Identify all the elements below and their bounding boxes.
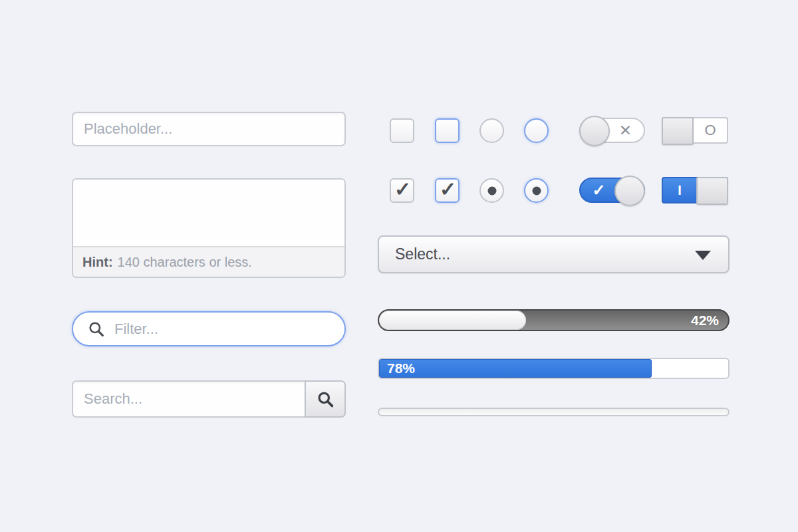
radio-dot-icon <box>532 186 541 195</box>
controls-row-on: ✓ ✓ ✓ I <box>378 178 730 204</box>
progress-bar-thin-empty <box>378 408 730 416</box>
cross-icon: ✕ <box>610 119 641 142</box>
search-icon <box>317 390 334 408</box>
select-dropdown[interactable]: Select... <box>378 235 730 273</box>
radio-unselected[interactable] <box>479 118 504 143</box>
progress-label: 78% <box>387 359 415 378</box>
textarea-group: Hint: 140 characters or less. <box>72 178 346 278</box>
toggle-on-label: I <box>663 178 696 202</box>
textarea-hint: Hint: 140 characters or less. <box>73 246 344 277</box>
controls-row-off: ✕ O <box>378 118 730 144</box>
filter-input[interactable] <box>114 321 344 338</box>
radio-dot-icon <box>487 186 496 195</box>
checkbox-checked[interactable]: ✓ <box>390 178 414 203</box>
toggle-knob[interactable] <box>662 117 694 145</box>
check-icon: ✓ <box>583 179 614 201</box>
filter-input-group[interactable] <box>72 311 346 346</box>
radio-unselected-focused[interactable] <box>524 118 549 143</box>
progress-fill <box>379 311 526 330</box>
search-icon <box>88 321 105 338</box>
toggle-knob[interactable] <box>614 176 645 206</box>
toggle-knob[interactable] <box>579 116 610 146</box>
radio-selected[interactable] <box>479 178 504 203</box>
toggle-knob[interactable] <box>696 177 728 205</box>
check-icon: ✓ <box>392 178 414 200</box>
checkbox-checked-focused[interactable]: ✓ <box>435 178 460 203</box>
check-icon: ✓ <box>437 178 459 200</box>
chevron-down-icon <box>695 251 711 260</box>
progress-bar-blue: 78% <box>378 358 730 379</box>
progress-bar-dark: 42% <box>378 309 730 331</box>
hint-text: 140 characters or less. <box>118 255 252 270</box>
toggle-pill-on[interactable]: ✓ <box>579 178 645 203</box>
search-button[interactable] <box>305 380 346 418</box>
select-value: Select... <box>395 245 450 263</box>
radio-selected-focused[interactable] <box>524 178 549 203</box>
textarea-input[interactable] <box>73 180 344 246</box>
text-input[interactable] <box>72 112 346 146</box>
toggle-square-on[interactable]: I <box>662 177 728 203</box>
toggle-square-off[interactable]: O <box>662 117 728 144</box>
checkbox-unchecked-focused[interactable] <box>435 118 460 143</box>
progress-label: 42% <box>691 311 719 330</box>
progress-fill <box>379 359 652 378</box>
hint-label: Hint: <box>82 255 113 270</box>
toggle-pill-off[interactable]: ✕ <box>579 118 645 143</box>
ui-kit-canvas: Hint: 140 characters or less. <box>0 0 798 532</box>
search-input-group <box>72 380 346 418</box>
toggle-off-label: O <box>694 118 727 142</box>
checkbox-unchecked[interactable] <box>390 118 414 143</box>
search-input[interactable] <box>72 380 306 418</box>
